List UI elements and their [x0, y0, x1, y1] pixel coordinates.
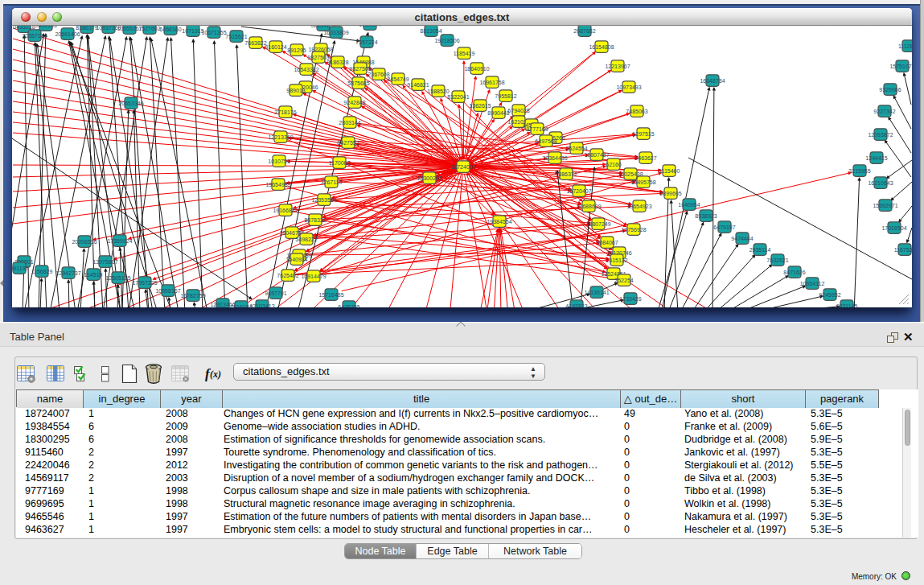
svg-text:20206536: 20206536: [72, 239, 97, 245]
svg-text:15716485: 15716485: [318, 292, 343, 298]
svg-text:9457791: 9457791: [265, 290, 286, 296]
svg-text:1527602: 1527602: [138, 26, 160, 31]
svg-text:8454749: 8454749: [387, 76, 409, 82]
svg-text:14136141: 14136141: [584, 290, 609, 295]
svg-text:1640954: 1640954: [678, 202, 700, 208]
svg-text:10654112: 10654112: [800, 281, 825, 286]
svg-text:10671355: 10671355: [201, 30, 226, 35]
svg-text:16648784: 16648784: [700, 78, 725, 84]
svg-text:2935114: 2935114: [749, 247, 771, 253]
svg-text:6475255: 6475255: [338, 304, 359, 308]
svg-text:10958167: 10958167: [155, 288, 180, 294]
svg-text:1185419: 1185419: [454, 51, 475, 56]
svg-text:0433218: 0433218: [13, 26, 35, 30]
svg-text:6466160: 6466160: [159, 27, 181, 32]
svg-text:13975867: 13975867: [92, 259, 117, 265]
svg-text:0899695: 0899695: [659, 191, 681, 196]
svg-text:114519: 114519: [84, 272, 103, 278]
svg-text:10688609: 10688609: [576, 204, 601, 209]
svg-text:1244415: 1244415: [865, 155, 887, 161]
svg-text:2718176: 2718176: [274, 109, 296, 115]
svg-text:19218506: 19218506: [434, 38, 459, 43]
svg-text:9463627: 9463627: [634, 155, 656, 161]
svg-text:3215955: 3215955: [848, 168, 870, 174]
svg-text:18640910: 18640910: [464, 66, 489, 72]
svg-text:1112848: 1112848: [898, 43, 912, 49]
svg-text:10807487: 10807487: [584, 152, 609, 158]
svg-text:12353594: 12353594: [311, 197, 336, 203]
svg-text:18724007: 18724007: [450, 164, 475, 170]
svg-text:17359924: 17359924: [107, 238, 132, 244]
svg-text:8386379: 8386379: [76, 26, 97, 31]
svg-text:5498222: 5498222: [295, 237, 317, 242]
svg-text:9245652: 9245652: [819, 292, 840, 298]
svg-text:1156829: 1156829: [31, 269, 53, 274]
svg-text:17016504: 17016504: [881, 225, 906, 231]
svg-text:19166827: 19166827: [273, 208, 298, 213]
svg-text:2087682: 2087682: [573, 28, 595, 34]
svg-text:7955812: 7955812: [495, 93, 516, 99]
svg-text:9084067: 9084067: [596, 240, 618, 245]
svg-text:20364436: 20364436: [542, 155, 567, 161]
svg-text:8160124: 8160124: [265, 44, 286, 50]
svg-text:9831145: 9831145: [836, 303, 858, 308]
svg-text:18807249: 18807249: [585, 221, 610, 227]
svg-text:9115460: 9115460: [659, 168, 680, 174]
svg-text:15720407: 15720407: [566, 188, 591, 194]
svg-text:19384554: 19384554: [487, 219, 511, 225]
svg-text:12213369: 12213369: [268, 134, 293, 140]
svg-text:62160: 62160: [606, 162, 622, 167]
svg-text:7663822: 7663822: [244, 40, 266, 46]
svg-text:93103413: 93103413: [249, 303, 274, 308]
svg-text:7386372: 7386372: [555, 171, 577, 177]
svg-text:6794028: 6794028: [507, 108, 529, 113]
svg-text:20557214: 20557214: [22, 33, 47, 39]
svg-text:1733426: 1733426: [619, 296, 641, 302]
svg-text:16914479: 16914479: [301, 274, 326, 279]
svg-text:9600133: 9600133: [35, 26, 56, 28]
svg-text:19654985: 19654985: [265, 182, 290, 187]
svg-text:19756928: 19756928: [621, 227, 646, 233]
svg-text:9146821: 9146821: [407, 82, 429, 88]
svg-text:5875685: 5875685: [347, 80, 369, 86]
svg-text:15495758: 15495758: [630, 179, 655, 185]
svg-text:1170062: 1170062: [329, 160, 351, 166]
svg-text:16033809: 16033809: [323, 30, 348, 35]
svg-text:1167531: 1167531: [894, 247, 912, 253]
svg-text:9474444: 9474444: [731, 236, 753, 241]
svg-text:7485063: 7485063: [626, 109, 647, 114]
svg-text:20653346: 20653346: [118, 101, 143, 106]
svg-text:16782759: 16782759: [180, 293, 205, 299]
svg-text:15692971: 15692971: [873, 203, 897, 208]
svg-text:1297515: 1297515: [632, 131, 654, 137]
svg-text:9242848: 9242848: [343, 100, 365, 105]
svg-text:(x): (x): [210, 369, 221, 380]
svg-text:1615594: 1615594: [359, 26, 380, 27]
svg-text:3624554: 3624554: [565, 146, 587, 151]
svg-text:7515521: 7515521: [225, 34, 247, 39]
svg-text:1615132: 1615132: [606, 257, 627, 263]
svg-text:8813054: 8813054: [420, 28, 441, 34]
svg-text:9227342: 9227342: [873, 109, 895, 114]
svg-text:1588520: 1588520: [427, 89, 449, 94]
svg-text:15751074: 15751074: [889, 64, 912, 69]
svg-text:3267110: 3267110: [321, 179, 343, 185]
svg-text:7632621: 7632621: [766, 257, 788, 263]
svg-text:10973493: 10973493: [616, 84, 641, 90]
svg-text:12093872: 12093872: [868, 132, 893, 138]
svg-text:1010751: 1010751: [268, 159, 290, 164]
svg-text:12505135: 12505135: [105, 275, 130, 281]
svg-text:12942737: 12942737: [55, 270, 80, 276]
svg-text:1362615: 1362615: [469, 103, 491, 109]
svg-text:9777169: 9777169: [526, 126, 548, 132]
svg-text:20691406: 20691406: [55, 31, 80, 37]
svg-text:8990448: 8990448: [487, 110, 509, 116]
svg-text:16210643: 16210643: [868, 180, 893, 186]
svg-text:7357224: 7357224: [355, 39, 377, 45]
svg-text:8471626: 8471626: [783, 270, 805, 275]
svg-text:252254: 252254: [614, 278, 633, 283]
svg-text:16543382: 16543382: [294, 67, 318, 72]
svg-text:18300295: 18300295: [417, 175, 441, 181]
svg-text:891295: 891295: [287, 47, 306, 53]
svg-text:8186328: 8186328: [326, 60, 348, 65]
